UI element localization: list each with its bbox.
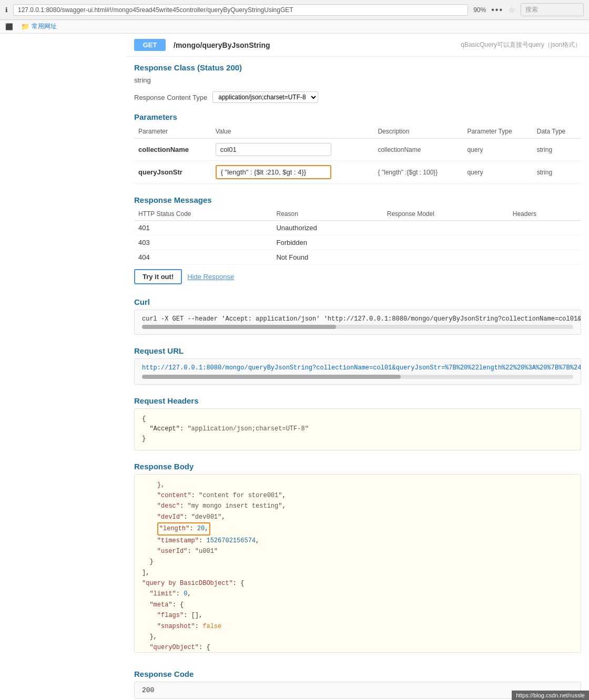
rb-line-7: } [142, 557, 573, 567]
endpoint-row: GET /mongo/queryByJsonString qBasicQuery… [126, 34, 589, 57]
bookmarks-label: ⬛ [5, 23, 13, 30]
status-403: 403 [134, 235, 272, 250]
rb-line-1: }, [142, 480, 573, 490]
response-body-box[interactable]: }, "content": "content for store001", "d… [134, 474, 581, 653]
col-description: Description [373, 125, 463, 139]
col-response-model: Response Model [383, 208, 509, 221]
headers-404 [509, 250, 581, 265]
col-headers: Headers [509, 208, 581, 221]
response-code-heading: Response Code [134, 663, 581, 682]
curl-command-text: curl -X GET --header 'Accept: applicatio… [142, 315, 573, 323]
reason-404: Not Found [272, 250, 382, 265]
curl-section: Curl curl -X GET --header 'Accept: appli… [126, 289, 589, 337]
response-body-section: Response Body }, "content": "content for… [126, 453, 589, 655]
browser-url-bar[interactable]: 127.0.0.1:8080/swagger-ui.html#!/mongo45… [13, 4, 468, 16]
param-value-cell-collection [211, 139, 374, 161]
curl-command-box[interactable]: curl -X GET --header 'Accept: applicatio… [134, 310, 581, 335]
col-parameter: Parameter [134, 125, 211, 139]
rb-line-13: "snapshot": false [142, 621, 573, 632]
headers-401 [509, 221, 581, 235]
try-it-out-button[interactable]: Try it out! [134, 269, 182, 284]
response-body-heading: Response Body [134, 456, 581, 474]
model-401 [383, 221, 509, 235]
response-row-401: 401 Unauthorized [134, 221, 581, 235]
response-class-heading: Response Class (Status 200) [126, 57, 589, 75]
col-http-status: HTTP Status Code [134, 208, 272, 221]
response-content-type-label: Response Content Type [134, 94, 207, 101]
param-datatype-query: string [533, 161, 581, 184]
request-headers-box: { "Accept": "application/json;charset=UT… [134, 408, 581, 450]
request-headers-section: Request Headers { "Accept": "application… [126, 387, 589, 453]
param-type-query: query [463, 161, 532, 184]
response-content-type-row: Response Content Type application/json;c… [126, 88, 589, 106]
param-name-collection: collectionName [134, 139, 211, 161]
request-headers-open: { [142, 414, 573, 424]
col-param-type: Parameter Type [463, 125, 532, 139]
response-messages-section: Response Messages HTTP Status Code Reaso… [126, 184, 589, 265]
rb-line-length-highlighted: "length": 20, [142, 522, 573, 535]
headers-403 [509, 235, 581, 250]
rb-line-4: "devId": "dev001", [142, 512, 573, 522]
param-row-query: queryJsonStr { "length" :{$gt : 100}} qu… [134, 161, 581, 184]
rb-line-12: "flags": [], [142, 610, 573, 621]
request-url-heading: Request URL [134, 340, 581, 358]
reason-401: Unauthorized [272, 221, 382, 235]
curl-scroll-bar[interactable] [142, 325, 573, 329]
col-reason: Reason [272, 208, 382, 221]
bookmarks-item-common[interactable]: 📁 常用网址 [21, 22, 57, 31]
param-input-query[interactable] [216, 165, 331, 179]
col-value: Value [211, 125, 374, 139]
request-headers-heading: Request Headers [134, 390, 581, 408]
watermark: https://blog.csdn.net/russle [512, 691, 589, 700]
endpoint-path: /mongo/queryByJsonString [174, 41, 453, 49]
rb-line-6: "userId": "u001" [142, 546, 573, 557]
status-404: 404 [134, 250, 272, 265]
folder-icon: 📁 [21, 23, 29, 30]
col-data-type: Data Type [533, 125, 581, 139]
parameters-table: Parameter Value Description Parameter Ty… [134, 125, 581, 184]
url-scroll-bar[interactable] [142, 375, 573, 379]
request-url-text: http://127.0.0.1:8080/mongo/queryByJsonS… [142, 364, 573, 372]
endpoint-description: qBasicQuery可以直接号query（json格式） [461, 40, 581, 49]
main-content: GET /mongo/queryByJsonString qBasicQuery… [0, 34, 589, 700]
browser-search-input[interactable]: 搜索 [521, 3, 584, 16]
browser-favicon: ℹ [5, 6, 8, 14]
status-401: 401 [134, 221, 272, 235]
model-404 [383, 250, 509, 265]
rb-line-9: "query by BasicDBObject": { [142, 578, 573, 589]
parameters-heading: Parameters [126, 106, 589, 125]
browser-zoom: 90% [473, 6, 486, 14]
browser-more-icon[interactable]: ••• [491, 5, 503, 15]
response-messages-table: HTTP Status Code Reason Response Model H… [134, 208, 581, 265]
url-scroll-thumb [142, 375, 401, 379]
rb-line-3: "desc": "my mongo insert testing", [142, 501, 573, 511]
param-desc-collection: collectionName [373, 139, 463, 161]
rb-line-5: "timestamp": 1526702156574, [142, 536, 573, 546]
param-row-collection: collectionName collectionName query stri… [134, 139, 581, 161]
parameters-section: Parameter Value Description Parameter Ty… [126, 125, 589, 184]
rb-line-14: }, [142, 632, 573, 642]
curl-heading: Curl [134, 291, 581, 310]
request-url-box: http://127.0.0.1:8080/mongo/queryByJsonS… [134, 358, 581, 385]
model-403 [383, 235, 509, 250]
param-datatype-collection: string [533, 139, 581, 161]
param-name-query: queryJsonStr [134, 161, 211, 184]
param-input-collection[interactable] [216, 143, 331, 156]
request-url-section: Request URL http://127.0.0.1:8080/mongo/… [126, 337, 589, 387]
rb-line-11: "meta": { [142, 600, 573, 610]
request-headers-close: } [142, 434, 573, 444]
request-headers-accept: "Accept": "application/json;charset=UTF-… [142, 424, 573, 434]
browser-bookmark-icon[interactable]: ☆ [509, 6, 515, 14]
response-messages-heading: Response Messages [134, 189, 581, 208]
rb-line-10: "limit": 0, [142, 589, 573, 599]
bookmarks-bar: ⬛ 📁 常用网址 [0, 20, 589, 34]
hide-response-link[interactable]: Hide Response [187, 273, 234, 281]
rb-line-15: "queryObject": { [142, 642, 573, 652]
rb-line-2: "content": "content for store001", [142, 490, 573, 501]
response-content-type-select[interactable]: application/json;charset=UTF-8 [212, 91, 318, 103]
param-type-collection: query [463, 139, 532, 161]
curl-scroll-thumb [142, 325, 336, 329]
browser-bar: ℹ 127.0.0.1:8080/swagger-ui.html#!/mongo… [0, 0, 589, 20]
param-value-cell-query [211, 161, 374, 184]
action-row: Try it out! Hide Response [126, 265, 589, 289]
